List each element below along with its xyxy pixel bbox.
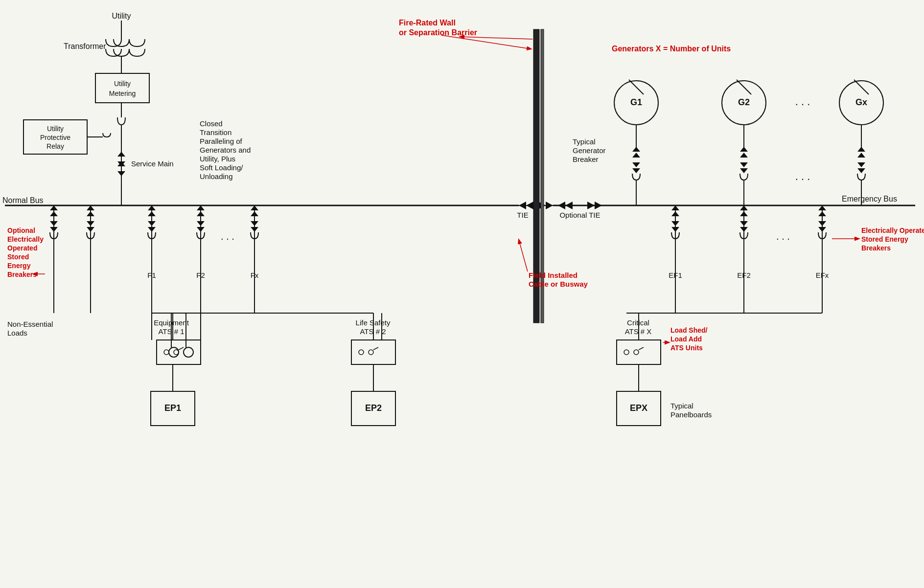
optional-electrically-label5: Energy <box>7 262 31 270</box>
upr-label2: Protective <box>40 134 70 141</box>
utility-metering-label: Utility <box>114 80 131 88</box>
svg-marker-74 <box>50 211 58 216</box>
typical-panelboards-label2: Panelboards <box>670 410 712 419</box>
svg-marker-45 <box>740 153 748 158</box>
svg-line-123 <box>373 347 378 350</box>
closed-transition-label5: Utility, Plus <box>200 155 235 163</box>
svg-point-110 <box>184 347 193 357</box>
gen-dots-label: . . . <box>795 95 810 108</box>
closed-transition-label6: Soft Loading/ <box>200 163 243 172</box>
equipment-ats-label: Equipment <box>154 318 189 327</box>
generators-label: Generators X = Number of Units <box>612 45 731 53</box>
normal-bus-label: Normal Bus <box>2 196 44 204</box>
load-shed-label: Load Shed/ <box>670 326 708 334</box>
svg-marker-89 <box>671 227 679 232</box>
field-installed-label: Field Installed <box>529 271 578 279</box>
svg-marker-44 <box>740 147 748 152</box>
svg-point-121 <box>359 350 364 355</box>
svg-marker-101 <box>818 227 826 232</box>
closed-transition-label: Closed <box>200 119 223 128</box>
svg-marker-8 <box>117 152 125 157</box>
non-essential-label2: Loads <box>7 329 27 337</box>
elec-operated-label: Electrically Operated <box>861 226 924 234</box>
svg-marker-69 <box>251 221 258 226</box>
g1-label: G1 <box>630 97 642 107</box>
closed-transition-label2: Transition <box>200 128 231 136</box>
fire-rated-label: Fire-Rated Wall <box>399 19 456 27</box>
f-dots-label: . . . <box>221 231 234 242</box>
optional-electrically-label4: Stored <box>7 253 29 261</box>
svg-point-115 <box>174 350 179 355</box>
ep1-label: EP1 <box>164 403 181 413</box>
svg-marker-51 <box>857 162 865 167</box>
svg-marker-16 <box>519 202 526 209</box>
svg-marker-39 <box>632 147 640 152</box>
closed-transition-label3: Paralleling of <box>200 137 243 145</box>
svg-marker-17 <box>526 202 533 209</box>
svg-point-128 <box>624 350 629 355</box>
upr-label3: Relay <box>46 142 64 150</box>
load-shed-label2: Load Add <box>670 335 702 343</box>
emergency-bus-label: Emergency Bus <box>842 195 897 203</box>
epx-label: EPX <box>630 403 647 413</box>
svg-line-31 <box>629 80 644 94</box>
upr-label1: Utility <box>47 125 64 133</box>
svg-marker-62 <box>197 211 205 216</box>
svg-marker-11 <box>117 171 125 176</box>
svg-marker-58 <box>148 227 156 232</box>
svg-marker-99 <box>818 211 826 216</box>
svg-line-116 <box>179 347 184 350</box>
non-essential-label: Non-Essential <box>7 320 53 328</box>
svg-marker-52 <box>857 168 865 173</box>
svg-marker-41 <box>632 162 640 167</box>
optional-electrically-label6: Breakers <box>7 271 37 278</box>
svg-marker-93 <box>740 211 748 216</box>
utility-metering-label2: Metering <box>109 90 136 97</box>
closed-transition-label7: Unloading <box>200 172 233 181</box>
diagram-container: Utility Transformer Utility Metering Uti… <box>0 0 924 588</box>
svg-marker-63 <box>197 221 205 226</box>
svg-marker-57 <box>148 221 156 226</box>
svg-rect-2 <box>95 73 149 103</box>
ef-dots-label: . . . <box>776 231 790 242</box>
g2-label: G2 <box>738 97 750 107</box>
tie-label: TIE <box>517 211 528 219</box>
optional-electrically-label2: Electrically <box>7 235 44 243</box>
svg-marker-76 <box>50 227 58 232</box>
svg-marker-47 <box>740 168 748 173</box>
typical-gen-breaker-label3: Breaker <box>573 155 599 163</box>
svg-marker-88 <box>671 221 679 226</box>
typical-panelboards-label: Typical <box>670 402 693 410</box>
svg-marker-80 <box>87 211 94 216</box>
svg-point-114 <box>164 350 169 355</box>
field-installed-label2: Cable or Busway <box>529 280 588 288</box>
svg-marker-70 <box>251 227 258 232</box>
load-shed-label3: ATS Units <box>670 344 703 352</box>
ep2-label: EP2 <box>365 403 382 413</box>
svg-marker-82 <box>87 227 94 232</box>
optional-tie-label: Optional TIE <box>559 211 600 219</box>
typical-gen-breaker-label: Typical <box>573 137 596 146</box>
gen-breaker-dots: . . . <box>795 170 810 182</box>
svg-line-37 <box>854 80 869 94</box>
svg-marker-46 <box>740 162 748 167</box>
svg-marker-64 <box>197 227 205 232</box>
svg-marker-42 <box>632 168 640 173</box>
svg-marker-81 <box>87 221 94 226</box>
svg-marker-49 <box>857 147 865 152</box>
optional-electrically-label3: Operated <box>7 244 37 252</box>
fire-rated-label2: or Separation Barrier <box>399 28 477 37</box>
svg-line-130 <box>639 347 644 350</box>
svg-point-129 <box>634 350 639 355</box>
svg-line-28 <box>460 37 532 39</box>
svg-marker-100 <box>818 221 826 226</box>
svg-marker-94 <box>740 221 748 226</box>
svg-marker-75 <box>50 221 58 226</box>
elec-operated-label2: Stored Energy <box>861 235 908 243</box>
transformer-label: Transformer <box>64 42 106 50</box>
svg-marker-95 <box>740 227 748 232</box>
svg-marker-68 <box>251 211 258 216</box>
svg-marker-87 <box>671 211 679 216</box>
utility-label: Utility <box>112 12 131 20</box>
elec-operated-label3: Breakers <box>861 244 891 252</box>
